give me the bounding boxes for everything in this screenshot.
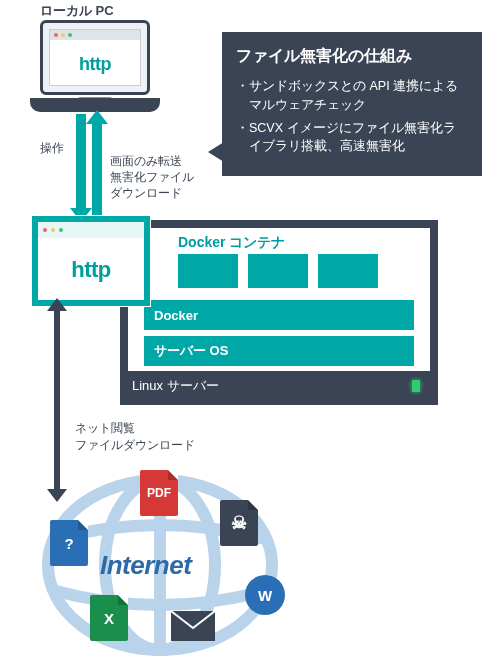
local-pc-laptop: http [30, 20, 160, 120]
local-pc-label: ローカル PC [40, 2, 114, 20]
docker-container-icon [178, 254, 238, 288]
pdf-file-icon: PDF [140, 470, 178, 516]
docker-container-icon [248, 254, 308, 288]
container-browser-window: http [32, 216, 150, 306]
browser-internet-arrow [54, 310, 60, 490]
arrow-down-icon [76, 114, 86, 210]
docker-containers [178, 254, 378, 288]
file-sanitization-callout: ファイル無害化の仕組み ・サンドボックスとの API 連携によるマルウェアチェッ… [222, 32, 482, 176]
label-net-browse-download: ネット閲覧 ファイルダウンロード [75, 420, 195, 454]
arrow-up-icon [92, 122, 102, 218]
local-pc-http-text: http [50, 44, 140, 85]
internet-globe: Internet PDF ? ☠ X W [30, 470, 290, 660]
layer-docker: Docker [144, 300, 414, 330]
docker-container-label: Docker コンテナ [178, 234, 285, 252]
unknown-file-icon: ? [50, 520, 88, 566]
linux-server-box: Docker コンテナ Docker サーバー OS Linux サーバー [120, 220, 438, 405]
linux-server-label: Linux サーバー [132, 377, 219, 395]
layer-server-os: サーバー OS [144, 336, 414, 366]
excel-file-icon: X [90, 595, 128, 641]
server-led-icon [412, 380, 420, 392]
word-file-icon: W [245, 575, 285, 615]
callout-bullet-1: ・サンドボックスとの API 連携によるマルウェアチェック [236, 77, 468, 115]
container-http-text: http [38, 240, 144, 300]
callout-bullet-2: ・SCVX イメージにファイル無害化ライブラリ搭載、高速無害化 [236, 119, 468, 157]
mail-icon [170, 610, 216, 642]
docker-container-icon [318, 254, 378, 288]
laptop-container-arrows: 操作 画面のみ転送 無害化ファイル ダウンロード [60, 118, 200, 228]
internet-label: Internet [100, 550, 191, 581]
callout-title: ファイル無害化の仕組み [236, 46, 468, 67]
malware-file-icon: ☠ [220, 500, 258, 546]
label-transfer: 画面のみ転送 無害化ファイル ダウンロード [110, 153, 194, 202]
label-operate: 操作 [40, 140, 64, 157]
